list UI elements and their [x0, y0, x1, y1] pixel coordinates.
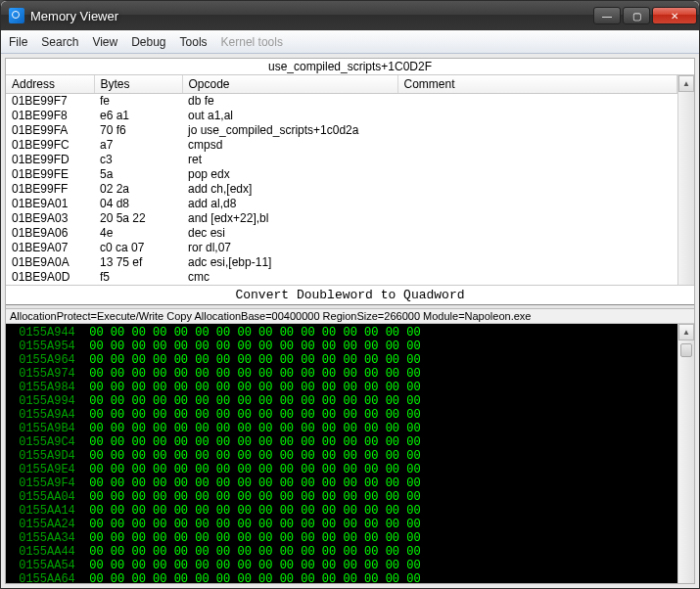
cell-bytes: 70 f6 — [94, 123, 182, 138]
app-icon — [9, 8, 24, 23]
disasm-row[interactable]: 01BE99FA70 f6jo use_compiled_scripts+1c0… — [6, 123, 677, 138]
disasm-row[interactable]: 01BE9A0A13 75 efadc esi,[ebp-11] — [6, 255, 677, 270]
scroll-up-icon[interactable]: ▲ — [678, 324, 694, 340]
cell-comment — [397, 197, 677, 211]
disasm-row[interactable]: 01BE99FF02 2aadd ch,[edx] — [6, 182, 677, 197]
col-opcode[interactable]: Opcode — [182, 75, 397, 94]
cell-addr: 01BE9A01 — [6, 197, 94, 211]
cell-addr: 01BE99FF — [6, 182, 94, 197]
menu-file[interactable]: File — [9, 35, 27, 49]
cell-addr: 01BE99FD — [6, 153, 94, 167]
close-button[interactable]: ✕ — [652, 7, 697, 24]
cell-comment — [397, 167, 677, 182]
instruction-description: Convert Doubleword to Quadword — [6, 285, 694, 305]
cell-comment — [397, 123, 677, 138]
client-area: use_compiled_scripts+1C0D2F Address Byte… — [5, 58, 695, 584]
disasm-row[interactable]: 01BE99F8e6 a1out a1,al — [6, 109, 677, 123]
cell-comment — [397, 255, 677, 270]
cell-comment — [397, 153, 677, 167]
col-bytes[interactable]: Bytes — [94, 75, 182, 94]
disasm-row[interactable]: 01BE9A064edec esi — [6, 226, 677, 241]
cell-addr: 01BE9A0A — [6, 255, 94, 270]
disasm-row[interactable]: 01BE9A0320 5a 22and [edx+22],bl — [6, 211, 677, 226]
cell-bytes: 13 75 ef — [94, 255, 182, 270]
cell-comment — [397, 226, 677, 241]
cell-bytes: 5a — [94, 167, 182, 182]
maximize-button[interactable]: ▢ — [623, 7, 650, 24]
cell-addr: 01BE9A03 — [6, 211, 94, 226]
cell-bytes: c3 — [94, 153, 182, 167]
scroll-thumb[interactable] — [680, 343, 692, 357]
window-title: Memory Viewer — [30, 9, 593, 23]
cell-op: add ch,[edx] — [182, 182, 397, 197]
disasm-row[interactable]: 01BE9A0Df5cmc — [6, 270, 677, 285]
col-comment[interactable]: Comment — [397, 75, 677, 94]
menubar: File Search View Debug Tools Kernel tool… — [1, 30, 699, 54]
cell-addr: 01BE9A07 — [6, 241, 94, 255]
cell-addr: 01BE99FE — [6, 167, 94, 182]
cell-op: adc esi,[ebp-11] — [182, 255, 397, 270]
cell-addr: 01BE9A06 — [6, 226, 94, 241]
cell-bytes: f5 — [94, 270, 182, 285]
hex-view[interactable]: 0155A944 00 00 00 00 00 00 00 00 00 00 0… — [6, 324, 677, 583]
minimize-button[interactable]: — — [593, 7, 621, 24]
cell-comment — [397, 211, 677, 226]
allocation-info: AllocationProtect=Execute/Write Copy All… — [6, 309, 694, 324]
disasm-row[interactable]: 01BE99FDc3ret — [6, 153, 677, 167]
disasm-row[interactable]: 01BE99FE5apop edx — [6, 167, 677, 182]
cell-addr: 01BE99F7 — [6, 94, 94, 110]
disassembly-view[interactable]: Address Bytes Opcode Comment 01BE99F7fed… — [6, 75, 677, 285]
cell-comment — [397, 109, 677, 123]
cell-op: ror dl,07 — [182, 241, 397, 255]
cell-op: dec esi — [182, 226, 397, 241]
cell-bytes: 04 d8 — [94, 197, 182, 211]
cell-bytes: 20 5a 22 — [94, 211, 182, 226]
cell-bytes: e6 a1 — [94, 109, 182, 123]
disasm-row[interactable]: 01BE99F7fedb fe — [6, 94, 677, 110]
menu-debug[interactable]: Debug — [131, 35, 165, 49]
cell-comment — [397, 182, 677, 197]
cell-op: and [edx+22],bl — [182, 211, 397, 226]
memory-viewer-window: Memory Viewer — ▢ ✕ File Search View Deb… — [0, 0, 700, 589]
cell-op: cmc — [182, 270, 397, 285]
hex-scrollbar[interactable]: ▲ — [677, 324, 694, 583]
disasm-row[interactable]: 01BE9A07c0 ca 07ror dl,07 — [6, 241, 677, 255]
cell-addr: 01BE9A0D — [6, 270, 94, 285]
cell-comment — [397, 241, 677, 255]
cell-addr: 01BE99FA — [6, 123, 94, 138]
cell-addr: 01BE99FC — [6, 138, 94, 153]
cell-op: add al,d8 — [182, 197, 397, 211]
menu-tools[interactable]: Tools — [180, 35, 208, 49]
cell-comment — [397, 138, 677, 153]
cell-op: out a1,al — [182, 109, 397, 123]
cell-op: db fe — [182, 94, 397, 110]
cell-bytes: c0 ca 07 — [94, 241, 182, 255]
menu-search[interactable]: Search — [41, 35, 78, 49]
col-address[interactable]: Address — [6, 75, 94, 94]
cell-op: jo use_compiled_scripts+1c0d2a — [182, 123, 397, 138]
cell-op: cmpsd — [182, 138, 397, 153]
menu-view[interactable]: View — [92, 35, 117, 49]
disasm-scrollbar[interactable]: ▲ — [677, 75, 694, 285]
cell-bytes: 4e — [94, 226, 182, 241]
scroll-up-icon[interactable]: ▲ — [678, 75, 694, 92]
cell-bytes: 02 2a — [94, 182, 182, 197]
cell-op: ret — [182, 153, 397, 167]
disasm-row[interactable]: 01BE99FCa7cmpsd — [6, 138, 677, 153]
cell-comment — [397, 94, 677, 110]
disasm-row[interactable]: 01BE9A0104 d8add al,d8 — [6, 197, 677, 211]
cell-addr: 01BE99F8 — [6, 109, 94, 123]
cell-bytes: fe — [94, 94, 182, 110]
cell-bytes: a7 — [94, 138, 182, 153]
menu-kernel-tools: Kernel tools — [221, 35, 283, 49]
titlebar[interactable]: Memory Viewer — ▢ ✕ — [1, 1, 699, 30]
cell-op: pop edx — [182, 167, 397, 182]
location-bar[interactable]: use_compiled_scripts+1C0D2F — [6, 59, 694, 75]
cell-comment — [397, 270, 677, 285]
